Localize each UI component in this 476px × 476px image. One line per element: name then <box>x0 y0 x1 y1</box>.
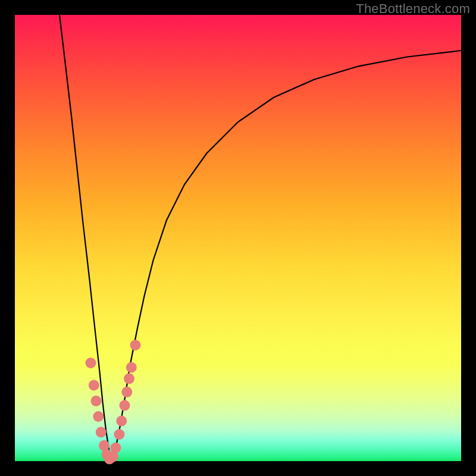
data-marker <box>96 427 107 437</box>
data-marker <box>120 400 130 411</box>
data-marker <box>116 416 127 427</box>
bottleneck-curve <box>60 15 461 459</box>
plot-area <box>15 15 461 461</box>
chart-frame: TheBottleneck.com <box>0 0 476 476</box>
watermark-text: TheBottleneck.com <box>356 1 470 17</box>
curve-layer <box>15 15 461 461</box>
data-marker <box>86 358 96 368</box>
data-marker <box>126 362 137 373</box>
data-marker <box>121 387 132 397</box>
data-marker <box>91 396 102 406</box>
data-marker <box>114 429 125 440</box>
data-marker <box>130 340 141 350</box>
data-marker <box>124 373 134 384</box>
data-marker <box>93 411 104 422</box>
data-marker <box>111 443 121 453</box>
curve-path <box>60 15 461 459</box>
marker-layer <box>86 340 141 464</box>
data-marker <box>89 380 99 391</box>
